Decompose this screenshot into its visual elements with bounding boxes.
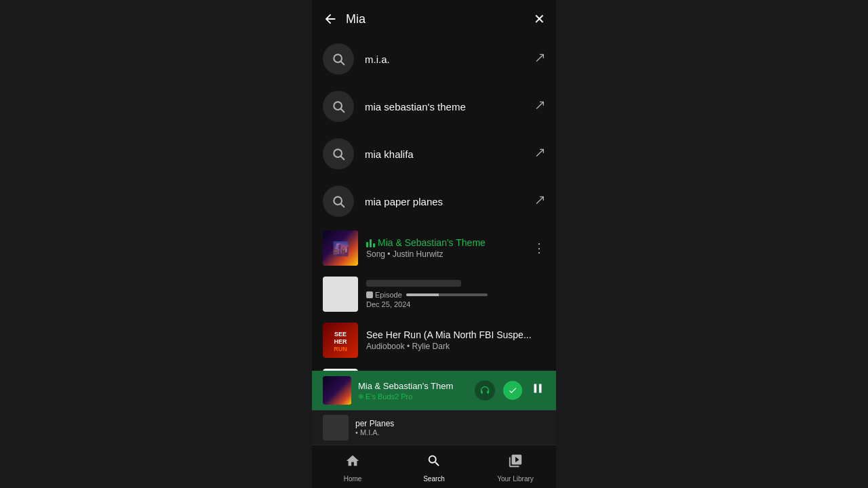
episode-date: Dec 25, 2024 (366, 300, 545, 308)
suggestion-text: mia sebastian's theme (365, 101, 524, 113)
see-her-run-subtitle: Audiobook • Rylie Dark (366, 342, 545, 351)
song-result-item[interactable]: 🌆 Mia & Sebastian's Theme Song • Justin … (312, 225, 556, 271)
arrow-icon (534, 195, 545, 208)
headphone-button[interactable] (475, 380, 495, 401)
mini-thumbnail (323, 415, 349, 441)
episode-result-item[interactable]: Episode Dec 25, 2024 (312, 271, 556, 317)
mini-playing-row[interactable]: per Planes • M.I.A. (312, 410, 556, 445)
pause-button[interactable] (530, 381, 545, 400)
arrow-icon (534, 100, 545, 113)
more-options-button[interactable]: ⋮ (533, 241, 545, 256)
nav-home[interactable]: Home (312, 451, 393, 485)
back-button[interactable] (323, 12, 338, 26)
podcast-icon (366, 291, 373, 298)
home-icon (345, 453, 360, 472)
song-subtitle: Song • Justin Hurwitz (366, 249, 525, 259)
nav-library[interactable]: Your Library (475, 451, 556, 485)
how-we-thumbnail: SHOW UP (323, 369, 358, 371)
svg-line-7 (341, 204, 344, 207)
episode-thumbnail (323, 277, 358, 312)
mini-title: per Planes (355, 419, 545, 428)
svg-text:🌆: 🌆 (332, 241, 349, 257)
search-icon-circle (323, 43, 354, 75)
now-playing-thumbnail (323, 376, 351, 405)
search-query[interactable]: Mia (346, 12, 526, 26)
see-her-run-title: See Her Run (A Mia North FBI Suspe... (366, 329, 545, 340)
search-nav-icon (427, 453, 441, 472)
svg-line-5 (341, 157, 344, 160)
song-thumbnail: 🌆 (323, 230, 358, 266)
arrow-icon (534, 52, 545, 66)
song-info: Mia & Sebastian's Theme Song • Justin Hu… (366, 237, 525, 259)
episode-progress-track (406, 293, 488, 296)
svg-text:SEE: SEE (334, 331, 347, 338)
episode-title-bar (366, 280, 461, 287)
now-playing-info: Mia & Sebastian's Them ⊕ E's Buds2 Pro (358, 381, 468, 401)
now-playing-title: Mia & Sebastian's Them (358, 381, 468, 391)
suggestion-item[interactable]: mia paper planes (312, 178, 556, 225)
library-label: Your Library (497, 475, 534, 483)
svg-rect-18 (323, 376, 351, 405)
audiobook-see-her-run-item[interactable]: SEE HER RUN See Her Run (A Mia North FBI… (312, 317, 556, 363)
phone-container: Mia ✕ m.i.a. (312, 0, 556, 488)
suggestion-item[interactable]: mia sebastian's theme (312, 83, 556, 130)
suggestion-item[interactable]: m.i.a. (312, 35, 556, 83)
svg-line-3 (341, 109, 344, 113)
nav-search[interactable]: Search (393, 451, 475, 485)
suggestion-text: m.i.a. (365, 54, 524, 65)
arrow-icon (534, 147, 545, 161)
see-her-run-thumbnail: SEE HER RUN (323, 323, 358, 358)
search-header: Mia ✕ (312, 0, 556, 35)
bottom-navigation: Home Search Your Library (312, 445, 556, 488)
svg-text:HER: HER (334, 338, 347, 345)
now-playing-device: ⊕ E's Buds2 Pro (358, 392, 468, 401)
search-icon-circle (323, 138, 354, 169)
suggestion-text: mia khalifa (365, 148, 524, 160)
search-label: Search (423, 475, 445, 483)
now-playing-controls (475, 380, 545, 401)
home-label: Home (344, 475, 362, 483)
mini-subtitle: • M.I.A. (355, 428, 545, 436)
playing-indicator (366, 238, 375, 247)
song-title: Mia & Sebastian's Theme (366, 237, 525, 248)
audiobook-how-we-item[interactable]: SHOW UP How We Show Up Audiobook • Mia B… (312, 363, 556, 371)
results-list: m.i.a. mia sebastian's theme (312, 35, 556, 371)
see-her-run-info: See Her Run (A Mia North FBI Suspe... Au… (366, 329, 545, 351)
library-icon (508, 453, 523, 472)
search-icon-circle (323, 186, 354, 217)
check-button[interactable] (503, 381, 522, 400)
mini-info: per Planes • M.I.A. (355, 419, 545, 436)
bluetooth-icon: ⊕ (358, 392, 363, 400)
episode-progress-fill (406, 293, 439, 296)
now-playing-bar[interactable]: Mia & Sebastian's Them ⊕ E's Buds2 Pro (312, 371, 556, 410)
svg-text:RUN: RUN (334, 346, 347, 352)
suggestion-item[interactable]: mia khalifa (312, 130, 556, 178)
close-button[interactable]: ✕ (534, 11, 545, 27)
episode-meta: Episode (366, 291, 545, 299)
suggestion-text: mia paper planes (365, 196, 524, 207)
svg-rect-14 (323, 369, 358, 371)
episode-info: Episode Dec 25, 2024 (366, 280, 545, 308)
svg-line-1 (341, 62, 344, 65)
search-icon-circle (323, 91, 354, 122)
